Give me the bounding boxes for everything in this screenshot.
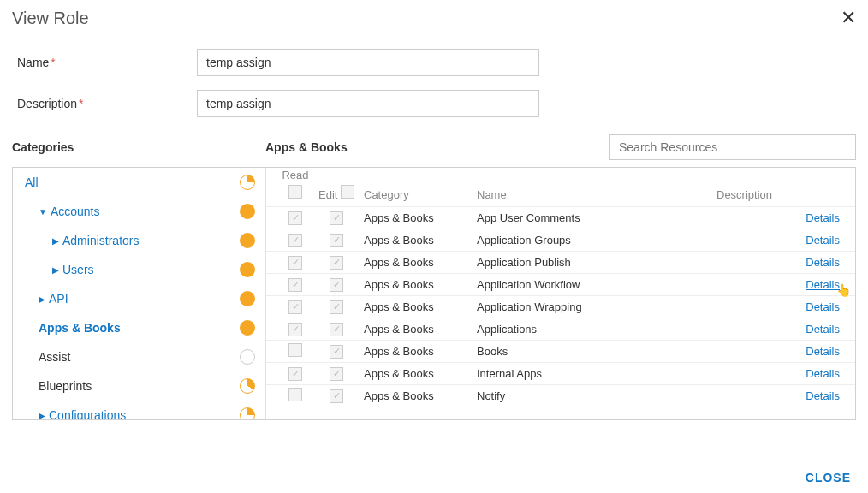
modal-title: View Role: [12, 9, 89, 28]
read-all-checkbox[interactable]: [288, 185, 302, 199]
resources-table[interactable]: Read Edit Category Name Description Apps…: [266, 168, 855, 419]
col-edit: Edit: [316, 181, 357, 201]
sidebar-item-label: Apps & Books: [39, 321, 121, 335]
apps-heading: Apps & Books: [265, 140, 609, 154]
edit-checkbox[interactable]: [330, 345, 343, 359]
table-row: Apps & BooksApplicationsDetails: [266, 318, 855, 341]
details-link[interactable]: Details: [806, 256, 840, 269]
table-row: Apps & BooksApplication WorkflowDetails👆: [266, 274, 855, 296]
sidebar-item[interactable]: ▼Accounts: [13, 197, 265, 226]
chevron-right-icon: ▶: [52, 265, 59, 275]
edit-checkbox[interactable]: [330, 367, 343, 381]
sidebar-item-label: Administrators: [62, 234, 139, 247]
progress-pie-icon: [240, 262, 255, 277]
table-row: Apps & BooksApplication PublishDetails: [266, 252, 855, 274]
edit-checkbox[interactable]: [330, 323, 343, 336]
cell-name: Application Workflow: [477, 278, 716, 291]
edit-all-checkbox[interactable]: [341, 185, 354, 199]
sidebar-item-label: All: [25, 175, 39, 189]
cell-category: Apps & Books: [357, 389, 477, 402]
details-link[interactable]: Details: [806, 300, 840, 313]
read-checkbox[interactable]: [288, 211, 302, 225]
description-input[interactable]: [197, 90, 539, 117]
sidebar-item-label: Configurations: [49, 408, 126, 419]
progress-pie-icon: [240, 407, 255, 419]
cell-name: Applications: [477, 323, 716, 336]
progress-pie-icon: [240, 291, 255, 306]
details-link[interactable]: Details: [806, 367, 840, 380]
table-row: Apps & BooksInternal AppsDetails: [266, 363, 855, 385]
edit-checkbox[interactable]: [330, 278, 343, 292]
cell-category: Apps & Books: [357, 367, 477, 380]
progress-pie-icon: [240, 349, 255, 365]
cell-name: Books: [477, 345, 716, 358]
read-checkbox[interactable]: [288, 234, 302, 247]
chevron-down-icon: ▼: [39, 207, 47, 217]
sidebar-item[interactable]: ▶API: [13, 284, 265, 313]
col-name: Name: [477, 188, 716, 201]
search-input[interactable]: [609, 134, 856, 160]
cell-name: Internal Apps: [477, 367, 716, 380]
cell-name: Notify: [477, 389, 716, 402]
cell-category: Apps & Books: [357, 323, 477, 336]
cell-category: Apps & Books: [357, 211, 477, 224]
sidebar-item-label: Users: [62, 263, 94, 276]
edit-checkbox[interactable]: [330, 389, 343, 403]
progress-pie-icon: [240, 175, 255, 190]
details-link[interactable]: Details: [806, 389, 840, 402]
edit-checkbox[interactable]: [330, 300, 343, 314]
read-checkbox[interactable]: [288, 256, 302, 270]
sidebar-item[interactable]: Apps & Books: [13, 313, 265, 342]
col-category: Category: [357, 188, 477, 201]
close-button[interactable]: CLOSE: [806, 471, 851, 484]
sidebar-item-label: Assist: [39, 350, 70, 364]
cell-name: Application Publish: [477, 256, 716, 269]
read-checkbox[interactable]: [288, 367, 302, 381]
read-checkbox[interactable]: [288, 388, 302, 401]
cell-name: App User Comments: [477, 211, 716, 224]
name-input[interactable]: [197, 49, 539, 76]
edit-checkbox[interactable]: [330, 234, 343, 247]
table-row: Apps & BooksApplication WrappingDetails: [266, 296, 855, 318]
details-link[interactable]: Details: [806, 234, 840, 246]
details-link[interactable]: Details: [806, 345, 840, 358]
progress-pie-icon: [240, 204, 255, 219]
cell-name: Application Wrapping: [477, 300, 716, 313]
details-link[interactable]: Details: [806, 211, 840, 224]
cell-category: Apps & Books: [357, 278, 477, 291]
table-row: Apps & BooksApp User CommentsDetails: [266, 207, 855, 229]
table-row: Apps & BooksNotifyDetails: [266, 385, 855, 407]
cell-category: Apps & Books: [357, 300, 477, 313]
chevron-right-icon: ▶: [39, 294, 45, 304]
sidebar-item[interactable]: All: [13, 168, 265, 197]
progress-pie-icon: [240, 233, 255, 248]
chevron-right-icon: ▶: [39, 411, 45, 420]
read-checkbox[interactable]: [288, 300, 302, 314]
categories-sidebar[interactable]: All▼Accounts▶Administrators▶Users▶APIApp…: [13, 168, 266, 419]
edit-checkbox[interactable]: [330, 256, 343, 270]
read-checkbox[interactable]: [288, 278, 302, 292]
read-checkbox[interactable]: [288, 343, 302, 357]
details-link[interactable]: Details: [806, 278, 840, 291]
progress-pie-icon: [240, 378, 255, 394]
read-checkbox[interactable]: [288, 323, 302, 336]
table-row: Apps & BooksApplication GroupsDetails: [266, 229, 855, 252]
sidebar-item-label: Accounts: [51, 205, 100, 218]
sidebar-item[interactable]: ▶Configurations: [13, 401, 265, 419]
col-read: Read: [275, 169, 316, 201]
sidebar-item[interactable]: Blueprints: [13, 371, 265, 401]
sidebar-item[interactable]: Assist: [13, 342, 265, 371]
cell-category: Apps & Books: [357, 345, 477, 358]
cell-category: Apps & Books: [357, 234, 477, 246]
description-label: Description*: [17, 97, 197, 110]
sidebar-item-label: API: [49, 292, 68, 306]
chevron-right-icon: ▶: [52, 236, 59, 246]
col-description: Description: [716, 188, 847, 201]
details-link[interactable]: Details: [806, 323, 840, 336]
edit-checkbox[interactable]: [330, 211, 343, 225]
sidebar-item[interactable]: ▶Administrators: [13, 226, 265, 255]
close-icon[interactable]: ✕: [841, 9, 856, 27]
sidebar-item-label: Blueprints: [39, 379, 92, 393]
sidebar-item[interactable]: ▶Users: [13, 255, 265, 284]
name-label: Name*: [17, 56, 197, 69]
